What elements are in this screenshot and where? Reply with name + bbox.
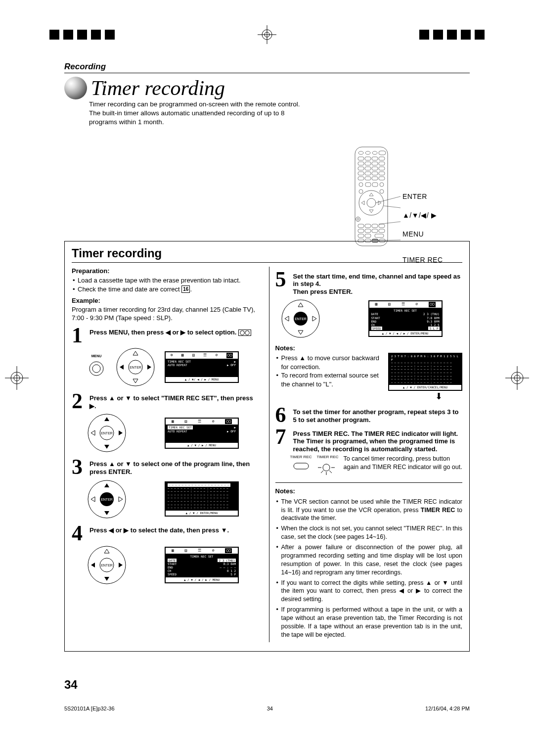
svg-rect-54 xyxy=(379,224,385,228)
menu-small-label: MENU xyxy=(87,354,106,358)
divider xyxy=(64,73,470,73)
cancel-text: To cancel timer recording, press button … xyxy=(344,455,463,472)
svg-rect-32 xyxy=(379,172,385,175)
osd-screen-list: 2 3 T H 7 : 0 0 P M 9 : 3 0 P M 1 2 5 S … xyxy=(388,353,462,391)
remote-illustration: ENTER ▲/▼/◀/ ▶ MENU TIMER REC xyxy=(351,146,470,264)
svg-marker-77 xyxy=(120,365,124,370)
led-label: TIMER REC xyxy=(317,455,339,460)
footer: 5S20101A [E]p32-36 34 12/16/04, 4:28 PM xyxy=(64,706,470,711)
step-number-6: 6 xyxy=(275,406,290,424)
prep-item-1: Load a cassette tape with the erase prev… xyxy=(72,276,259,285)
prep-item-2: Check the time and date are correct 16. xyxy=(72,285,259,294)
note-b-3: After a power failure or disconnection o… xyxy=(275,543,463,577)
svg-line-66 xyxy=(376,196,400,203)
svg-point-50 xyxy=(357,218,359,220)
dpad-icon: ENTER xyxy=(115,347,156,387)
note-5-2: To record from external source set the c… xyxy=(275,371,386,388)
svg-line-112 xyxy=(329,471,332,473)
notes-heading-5: Notes: xyxy=(275,344,463,353)
timer-menu-icon: ◯◯ xyxy=(238,330,251,336)
step-number-4: 4 xyxy=(72,524,87,542)
svg-rect-55 xyxy=(358,229,364,233)
svg-line-68 xyxy=(379,222,400,224)
svg-rect-62 xyxy=(358,239,364,242)
dpad-icon: ENTER xyxy=(280,298,321,339)
svg-point-43 xyxy=(359,190,384,215)
svg-marker-45 xyxy=(369,193,373,196)
svg-point-15 xyxy=(372,151,377,154)
svg-text:ENTER: ENTER xyxy=(101,498,113,501)
svg-marker-90 xyxy=(104,511,109,515)
svg-point-71 xyxy=(92,365,100,373)
menu-button-icon xyxy=(87,359,106,378)
step-number-3: 3 xyxy=(72,458,87,475)
led-indicator-icon xyxy=(317,460,336,475)
step-5: 5 Set the start time, end time, channel … xyxy=(275,271,463,296)
svg-rect-64 xyxy=(372,239,378,242)
step-number-1: 1 xyxy=(72,327,87,344)
osd-screen-4: ▦▤☰⊘◯◯ TIMER REC SET DATE2 3 (THU) START… xyxy=(165,547,239,583)
note-b-5: If programming is performed without a ta… xyxy=(275,606,463,639)
svg-rect-26 xyxy=(365,167,371,170)
page-ref-16: 16 xyxy=(181,285,190,293)
page-title: Timer recording xyxy=(91,76,225,100)
svg-rect-27 xyxy=(372,167,378,170)
svg-rect-30 xyxy=(365,172,371,175)
svg-marker-106 xyxy=(312,316,316,321)
svg-rect-20 xyxy=(379,157,385,160)
svg-marker-105 xyxy=(285,316,289,321)
arrows-label: ▲/▼/◀/ ▶ xyxy=(402,211,443,219)
svg-rect-59 xyxy=(358,234,364,237)
down-arrow-icon: ⬇ xyxy=(275,390,443,402)
remote-control-icon xyxy=(351,146,400,250)
svg-point-41 xyxy=(359,189,363,193)
svg-rect-19 xyxy=(372,157,378,160)
svg-rect-29 xyxy=(358,172,364,175)
svg-point-108 xyxy=(323,464,330,471)
note-b-4: If you want to correct the digits while … xyxy=(275,579,463,604)
svg-marker-82 xyxy=(104,417,109,421)
svg-rect-22 xyxy=(365,162,371,165)
svg-point-49 xyxy=(356,217,360,222)
svg-rect-53 xyxy=(372,224,378,228)
svg-text:ENTER: ENTER xyxy=(101,564,113,567)
left-column: Preparation: Load a cassette tape with t… xyxy=(72,267,259,642)
svg-marker-46 xyxy=(369,210,373,213)
svg-text:ENTER: ENTER xyxy=(130,366,141,369)
svg-marker-99 xyxy=(119,563,123,567)
svg-rect-21 xyxy=(358,162,364,165)
osd-screen-1: ⊕▦▤☰⊘◯◯ TIMER REC SET▶ AUTO REPEAT▶ OFF … xyxy=(165,351,239,382)
svg-point-13 xyxy=(358,151,363,154)
sphere-bullet-icon xyxy=(64,77,87,99)
svg-rect-51 xyxy=(358,224,364,228)
svg-marker-47 xyxy=(361,201,364,205)
svg-rect-58 xyxy=(379,229,385,233)
svg-point-37 xyxy=(359,183,363,187)
step-6: 6 To set the timer for another program, … xyxy=(275,406,463,424)
svg-point-44 xyxy=(367,198,376,207)
note-b-1: The VCR section cannot be used while the… xyxy=(275,498,463,523)
step-number-7: 7 xyxy=(275,428,290,445)
svg-marker-104 xyxy=(298,331,303,334)
svg-marker-92 xyxy=(119,497,123,502)
svg-rect-56 xyxy=(365,229,371,233)
svg-marker-85 xyxy=(119,430,123,435)
svg-rect-36 xyxy=(379,177,385,180)
example-text: Program a timer recording for 23rd day, … xyxy=(72,305,259,323)
svg-rect-34 xyxy=(365,177,371,180)
svg-point-42 xyxy=(380,189,384,193)
svg-rect-61 xyxy=(375,234,384,237)
step-4: 4 Press ◀ or ▶ to select the date, then … xyxy=(72,524,259,542)
divider xyxy=(275,482,463,483)
dpad-icon: ENTER xyxy=(87,413,127,453)
osd-screen-2: ▦▤☰⊘◯◯ TIMER REC SET▶ AUTO REPEAT▶ OFF ▲… xyxy=(165,418,239,449)
example-heading: Example: xyxy=(72,296,259,305)
step-3: 3 Press ▲ or ▼ to select one of the prog… xyxy=(72,458,259,475)
cancel-instruction: TIMER REC TIMER REC xyxy=(290,455,463,477)
dpad-icon: ENTER xyxy=(87,545,127,585)
svg-rect-63 xyxy=(365,239,371,242)
menu-label: MENU xyxy=(402,230,443,238)
svg-point-70 xyxy=(89,362,103,376)
footer-center: 34 xyxy=(267,706,273,711)
svg-rect-35 xyxy=(372,177,378,180)
